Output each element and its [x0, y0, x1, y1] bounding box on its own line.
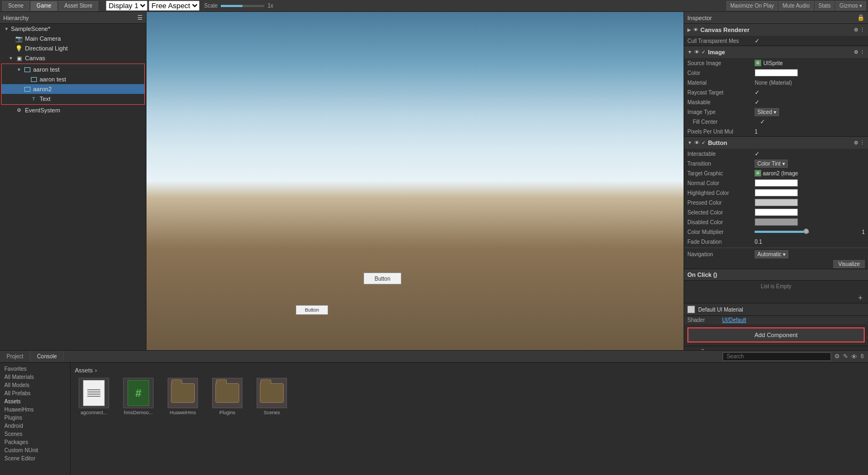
section-collapse-icon: ▶	[687, 27, 691, 33]
add-component-btn[interactable]: Add Component	[688, 328, 864, 341]
asset-item-plugins[interactable]: Plugins	[208, 378, 246, 415]
image-section: ▼ 👁 ✓ Image ⚙ ⋮ Source Image ⊞ UISprite …	[684, 46, 868, 137]
tab-console[interactable]: Console	[30, 351, 64, 362]
on-click-title: On Click ()	[687, 271, 717, 278]
normal-color-label: Normal Color	[687, 180, 752, 186]
project-favorites[interactable]: Favorites	[0, 365, 70, 373]
shader-val[interactable]: UI/Default	[722, 317, 746, 323]
image-section-header[interactable]: ▼ 👁 ✓ Image ⚙ ⋮	[684, 46, 868, 58]
on-click-header: On Click ()	[684, 269, 868, 281]
file-line	[87, 394, 100, 395]
bottom-search-input[interactable]	[723, 352, 831, 361]
hierarchy-item-main-camera[interactable]: 📷 Main Camera	[0, 34, 146, 43]
project-all-materials[interactable]: All Materials	[0, 373, 70, 381]
maximize-on-play-btn[interactable]: Maximize On Play	[726, 1, 778, 10]
transition-label: Transition	[687, 161, 752, 167]
hierarchy-item-canvas[interactable]: ▼ ▣ Canvas	[0, 53, 146, 63]
tab-project[interactable]: Project	[0, 351, 30, 362]
transition-val[interactable]: Color Tint ▾	[755, 160, 788, 168]
color-multiplier-val: 1	[811, 229, 865, 235]
item-label: aaron test	[33, 66, 60, 73]
add-component-label: Add Component	[755, 332, 798, 338]
inspector-lock-icon[interactable]: 🔒	[857, 14, 865, 21]
eye-icon: 👁	[694, 49, 699, 55]
tab-project-label: Project	[7, 353, 23, 359]
stats-btn[interactable]: Stats	[815, 1, 835, 10]
canvas-renderer-header[interactable]: ▶ 👁 Canvas Renderer ⚙ ⋮	[684, 24, 868, 36]
source-image-val[interactable]: ⊞ UISprite	[755, 60, 783, 66]
project-plugins[interactable]: Plugins	[0, 414, 70, 422]
image-type-val[interactable]: Sliced ▾	[755, 108, 779, 116]
disabled-color-swatch[interactable]	[755, 218, 798, 226]
hierarchy-item-dir-light[interactable]: 💡 Directional Light	[0, 43, 146, 53]
canvas-renderer-section: ▶ 👁 Canvas Renderer ⚙ ⋮ Cull Transparent…	[684, 24, 868, 46]
hierarchy-item-event-system[interactable]: ⚙ EventSystem	[0, 105, 146, 115]
cull-transparent-row: Cull Transparent Mes ✓	[684, 36, 868, 46]
raycast-row: Raycast Target ✓	[684, 87, 868, 97]
button-section-header[interactable]: ▼ 👁 ✓ Button ⚙ ⋮	[684, 137, 868, 149]
hierarchy-item-aaron-test-1[interactable]: ▼ aaron test	[2, 65, 144, 74]
pressed-color-swatch[interactable]	[755, 199, 798, 206]
pressed-color-row: Pressed Color	[684, 198, 868, 207]
arrow-icon: ▼	[9, 56, 14, 61]
tab-scene[interactable]: Scene	[2, 1, 29, 11]
aspect-dropdown[interactable]: Free Aspect	[149, 1, 200, 11]
asset-item-huaweihms[interactable]: HuaweiHms	[164, 378, 202, 415]
tab-game[interactable]: Game	[30, 1, 57, 11]
asset-item-hmsdemo[interactable]: # hmsDemoo...	[119, 378, 157, 415]
mute-audio-btn[interactable]: Mute Audio	[778, 1, 813, 10]
file-icon	[79, 378, 109, 408]
section-settings-icon[interactable]: ⚙ ⋮	[854, 140, 865, 145]
interactable-check[interactable]: ✓	[755, 150, 760, 157]
scale-label: Scale	[204, 3, 218, 9]
section-settings-icon[interactable]: ⚙ ⋮	[854, 27, 865, 33]
settings-icon[interactable]: ⚙	[834, 353, 840, 360]
asset-name: HuaweiHms	[170, 410, 196, 415]
project-android[interactable]: Android	[0, 422, 70, 430]
hierarchy-item-aaron2[interactable]: aaron2	[2, 84, 144, 94]
project-packages[interactable]: Packages	[0, 438, 70, 446]
list-empty-row: List is Empty	[684, 281, 868, 292]
project-scenes[interactable]: Scenes	[0, 430, 70, 438]
section-settings-icon[interactable]: ⚙ ⋮	[854, 49, 865, 55]
asset-name: Plugins	[219, 410, 235, 415]
target-graphic-val[interactable]: ⊞ aaron2 (Image	[755, 170, 798, 176]
project-scene-editor[interactable]: Scene Editor	[0, 454, 70, 463]
fill-center-check[interactable]: ✓	[760, 118, 765, 125]
project-huaweihms[interactable]: HuaweiHms	[0, 406, 70, 414]
filter-icon[interactable]: ✎	[843, 353, 848, 360]
asset-item-agconnect[interactable]: agconnect...	[75, 378, 113, 415]
hierarchy-item-aaron-test-2[interactable]: aaron test	[2, 74, 144, 84]
project-assets[interactable]: Assets	[0, 397, 70, 406]
hash-shape: #	[127, 380, 149, 406]
button-widget-1[interactable]: Button	[363, 273, 401, 284]
project-all-prefabs[interactable]: All Prefabs	[0, 389, 70, 397]
add-onclick-btn[interactable]: +	[855, 293, 866, 302]
selected-color-swatch[interactable]	[755, 208, 798, 216]
gizmos-btn[interactable]: Gizmos ▾	[835, 1, 866, 10]
navigation-val[interactable]: Automatic ▾	[755, 250, 788, 258]
hierarchy-menu-icon[interactable]: ☰	[137, 14, 143, 21]
hierarchy-item-samplescene[interactable]: ▼ SampleScene*	[0, 24, 146, 34]
display-dropdown[interactable]: Display 1	[106, 1, 148, 11]
material-label: Material	[687, 80, 752, 86]
asset-item-scenes[interactable]: Scenes	[253, 378, 291, 415]
color-swatch[interactable]	[755, 69, 798, 77]
highlighted-color-swatch[interactable]	[755, 189, 798, 197]
visualize-btn[interactable]: Visualize	[833, 260, 865, 268]
project-custom-nunit[interactable]: Custom NUnit	[0, 446, 70, 454]
color-multiplier-slider[interactable]	[755, 231, 809, 233]
shader-label: Shader	[687, 317, 720, 323]
target-sprite-icon: ⊞	[755, 170, 761, 176]
button-section-title: Button	[708, 140, 852, 146]
maskable-check[interactable]: ✓	[755, 99, 760, 106]
project-all-models[interactable]: All Models	[0, 381, 70, 389]
hierarchy-item-text[interactable]: T Text	[2, 94, 144, 104]
inspector-header: Inspector 🔒	[684, 12, 868, 24]
raycast-check[interactable]: ✓	[755, 89, 760, 96]
scene-background: Button Button	[146, 12, 684, 350]
normal-color-swatch[interactable]	[755, 179, 798, 187]
eye-bottom-icon[interactable]: 👁	[851, 353, 857, 360]
tab-asset-store[interactable]: Asset Store	[59, 1, 99, 11]
button-widget-2[interactable]: Button	[296, 305, 328, 315]
